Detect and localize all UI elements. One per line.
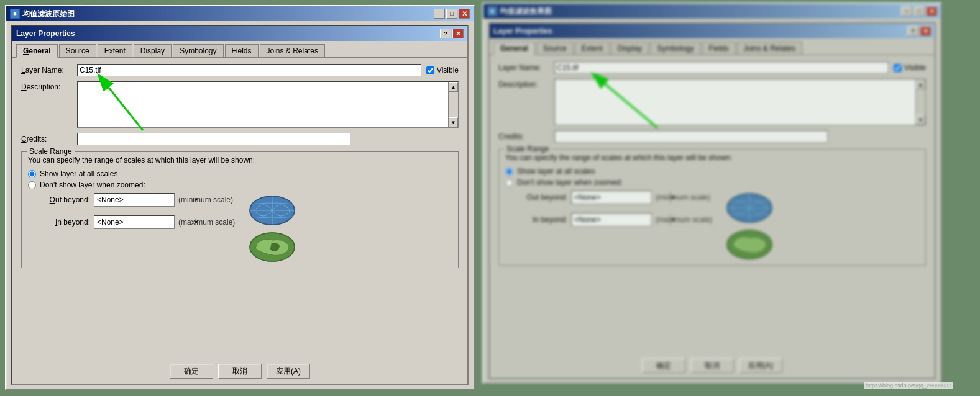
right-minimize-btn[interactable]: ─	[901, 6, 912, 16]
tab-source[interactable]: Source	[59, 44, 96, 58]
tab-display[interactable]: Display	[134, 44, 172, 58]
dialog-title-left: Layer Properties	[16, 29, 75, 38]
in-beyond-label: In beyond:	[40, 218, 90, 227]
tab-symbology[interactable]: Symbology	[173, 44, 223, 58]
right-radio-all-label: Show layer at all scales	[517, 167, 595, 176]
left-title-bar: ■ 均值滤波原始图 ─ □ ✕	[6, 6, 474, 21]
right-out-label: Out beyond:	[518, 193, 567, 202]
right-credits-input[interactable]	[554, 130, 828, 143]
scroll-up-btn[interactable]: ▲	[449, 82, 458, 92]
right-desc-row: Description: ▲ ▼	[498, 79, 926, 125]
right-cancel-btn[interactable]: 取消	[690, 358, 734, 373]
right-visible-row: Visible	[894, 63, 926, 72]
left-title-bar-left: ■ 均值滤波原始图	[10, 9, 75, 19]
tab-joins-label: Joins & Relates	[267, 47, 318, 55]
right-layer-name-row: Layer Name: Visible	[498, 61, 926, 74]
right-dialog-controls: ? ✕	[907, 26, 931, 36]
right-close-btn[interactable]: ✕	[926, 6, 937, 16]
right-layer-name-label: Layer Name:	[498, 63, 554, 72]
desc-underline: D	[21, 83, 27, 91]
left-close-btn[interactable]: ✕	[459, 9, 470, 19]
right-out-unit: (minimum scale)	[656, 193, 710, 202]
out-underline: O	[50, 196, 55, 204]
out-beyond-unit: (minimum scale)	[178, 196, 233, 204]
radio-dont-show[interactable]	[28, 181, 36, 189]
right-tab-general[interactable]: General	[493, 42, 535, 55]
scale-range-legend: Scale Range	[27, 147, 75, 156]
right-in-dropdown[interactable]: ▼	[571, 213, 652, 227]
tab-fields[interactable]: Fields	[225, 44, 259, 58]
layer-name-row: Layer Name: Visible	[21, 64, 459, 76]
right-radio-2: Don't show layer when zoomed:	[505, 178, 919, 187]
right-scale-inputs: Out beyond: ▼ (minimum scale) In beyond:	[518, 191, 919, 261]
description-scrollbar[interactable]: ▲ ▼	[448, 82, 458, 127]
radio-all-scales[interactable]	[28, 170, 36, 178]
right-tab-source[interactable]: Source	[536, 42, 574, 55]
confirm-btn[interactable]: 确定	[170, 364, 213, 379]
right-close-dialog-btn[interactable]: ✕	[920, 26, 931, 36]
left-minimize-btn[interactable]: ─	[434, 9, 445, 19]
right-desc-label: Description:	[498, 79, 554, 89]
left-maximize-btn[interactable]: □	[446, 9, 457, 19]
right-tab-extent[interactable]: Extent	[575, 42, 610, 55]
tab-general-label: G	[23, 47, 29, 55]
credits-row: Credits:	[21, 133, 459, 145]
right-confirm-btn[interactable]: 确定	[642, 358, 685, 373]
layer-name-input[interactable]	[77, 64, 421, 76]
cancel-btn[interactable]: 取消	[218, 364, 262, 379]
right-tabs-row: General Source Extent Display Symbology …	[490, 38, 935, 55]
right-radio-dont[interactable]	[505, 179, 513, 187]
right-tab-symbology[interactable]: Symbology	[650, 42, 700, 55]
apply-btn[interactable]: 应用(A)	[267, 364, 310, 379]
scale-inputs-row: Out beyond: ▼ (minimum scale)	[40, 193, 452, 264]
credits-label: Credits:	[21, 135, 77, 143]
watermark: https://blog.csdn.net/qq_29889037	[864, 382, 953, 389]
right-scale-row: Out beyond: ▼ (minimum scale) In beyond:	[518, 191, 919, 261]
right-layer-name-input[interactable]	[554, 61, 889, 74]
right-radio-all[interactable]	[505, 168, 513, 176]
right-tab-display[interactable]: Display	[611, 42, 649, 55]
radio-row-2: Don't show layer when zoomed:	[28, 181, 452, 189]
right-desc-textarea[interactable]	[555, 79, 915, 125]
dialog-help-btn[interactable]: ?	[440, 29, 451, 38]
credits-input[interactable]	[77, 133, 350, 145]
in-beyond-unit: (maximum scale)	[178, 218, 235, 227]
tab-display-label: Display	[140, 47, 165, 55]
scale-inputs: Out beyond: ▼ (minimum scale)	[40, 193, 452, 264]
right-tab-fields[interactable]: Fields	[702, 42, 736, 55]
right-scroll-up[interactable]: ▲	[916, 79, 925, 89]
scale-range-box: Scale Range You can specify the range of…	[21, 151, 459, 268]
right-help-btn[interactable]: ?	[907, 26, 918, 36]
globe-regional-svg	[248, 231, 296, 263]
scroll-down-btn[interactable]: ▼	[449, 117, 458, 127]
right-scroll-down[interactable]: ▼	[916, 115, 925, 125]
right-out-dropdown[interactable]: ▼	[571, 191, 652, 204]
right-visible-checkbox[interactable]	[894, 64, 902, 72]
scale-range-desc: You can specify the range of scales at w…	[28, 156, 452, 164]
description-textarea[interactable]	[78, 82, 448, 127]
right-in-label: In beyond:	[518, 215, 567, 224]
tab-source-label: Source	[66, 47, 89, 55]
visible-checkbox[interactable]	[426, 66, 434, 74]
layer-name-underline: L	[21, 66, 25, 74]
in-underline: I	[55, 218, 57, 227]
tab-joins[interactable]: Joins & Relates	[260, 44, 325, 58]
in-beyond-dropdown[interactable]: ▼	[94, 215, 175, 229]
right-radio-1: Show layer at all scales	[505, 167, 919, 176]
out-beyond-dropdown[interactable]: ▼	[94, 193, 175, 207]
tab-general[interactable]: General	[16, 44, 58, 58]
tab-extent[interactable]: Extent	[98, 44, 132, 58]
dialog-title-bar: Layer Properties ? ✕	[12, 26, 467, 41]
right-maximize-btn[interactable]: □	[914, 6, 925, 16]
right-tab-joins[interactable]: Joins & Relates	[737, 42, 802, 55]
right-dialog-title-bar: Layer Properties ? ✕	[490, 24, 935, 38]
right-credits-row: Credits:	[498, 130, 926, 143]
right-footer: 确定 取消 应用(A)	[490, 353, 935, 378]
right-in-row: In beyond: ▼ (maximum scale)	[518, 213, 712, 227]
tab-symbology-label: Symbology	[180, 47, 216, 55]
right-window-icon: ■	[487, 6, 497, 16]
right-apply-btn[interactable]: 应用(A)	[739, 358, 782, 373]
scale-fields: Out beyond: ▼ (minimum scale)	[40, 193, 235, 233]
dialog-close-btn[interactable]: ✕	[452, 29, 464, 38]
right-scrollbar[interactable]: ▲ ▼	[915, 79, 925, 125]
